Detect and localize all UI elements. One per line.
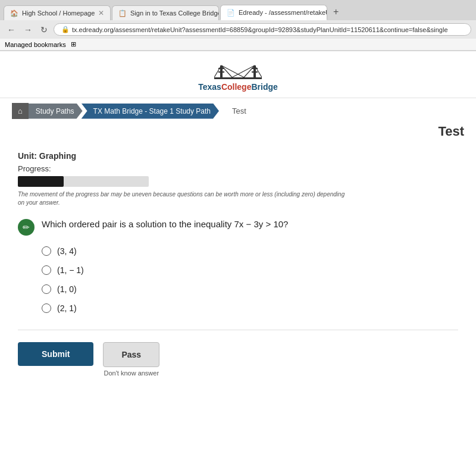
- logo-bridge: Bridge: [251, 82, 277, 92]
- progress-bar-fill: [18, 176, 64, 187]
- test-title-bar: Test: [0, 124, 476, 145]
- answer-choices: (3, 4) (1, − 1) (1, 0) (2, 1): [42, 246, 458, 313]
- logo-container: TexasCollegeBridge: [198, 61, 278, 92]
- unit-prefix: Unit:: [18, 151, 37, 161]
- breadcrumb-stage1[interactable]: TX Math Bridge - Stage 1 Study Path: [82, 104, 219, 119]
- breadcrumb-study-paths[interactable]: Study Paths: [29, 104, 83, 119]
- progress-label: Progress:: [18, 164, 458, 173]
- radio-1[interactable]: [42, 246, 51, 256]
- radio-2[interactable]: [42, 265, 51, 275]
- bridge-logo-icon: [214, 61, 262, 82]
- progress-note: The movement of the progress bar may be …: [18, 190, 351, 207]
- lock-icon: 🔒: [61, 26, 70, 33]
- question-edit-icon: ✏: [18, 219, 35, 236]
- back-button[interactable]: ←: [5, 24, 18, 36]
- answer-option-3[interactable]: (1, 0): [42, 284, 458, 294]
- unit-name: Graphing: [39, 151, 76, 161]
- tab-1[interactable]: 🏠 High School / Homepage ✕: [4, 5, 111, 20]
- submit-button[interactable]: Submit: [18, 342, 93, 366]
- browser-chrome: 🏠 High School / Homepage ✕ 📋 Sign in to …: [0, 0, 476, 51]
- dont-know-label: Don't know answer: [104, 369, 159, 377]
- question-text: Which ordered pair is a solution to the …: [42, 218, 288, 231]
- forward-button[interactable]: →: [21, 24, 35, 36]
- svg-line-12: [232, 65, 255, 77]
- logo-text: TexasCollegeBridge: [198, 82, 278, 92]
- radio-3[interactable]: [42, 284, 51, 294]
- breadcrumb: ⌂ Study Paths TX Math Bridge - Stage 1 S…: [0, 98, 476, 124]
- progress-bar-container: [18, 176, 149, 187]
- answer-option-2[interactable]: (1, − 1): [42, 265, 458, 275]
- svg-rect-5: [252, 71, 258, 73]
- breadcrumb-study-paths-label: Study Paths: [36, 107, 74, 115]
- breadcrumb-stage1-label: TX Math Bridge - Stage 1 Study Path: [93, 107, 211, 115]
- tab-bar: 🏠 High School / Homepage ✕ 📋 Sign in to …: [0, 0, 476, 20]
- refresh-button[interactable]: ↻: [38, 24, 50, 36]
- tab2-favicon: 📋: [118, 10, 127, 17]
- answer-option-4[interactable]: (2, 1): [42, 303, 458, 313]
- main-content: Unit: Graphing Progress: The movement of…: [0, 145, 476, 389]
- site-header: TexasCollegeBridge: [0, 51, 476, 98]
- divider: [18, 330, 458, 330]
- new-tab-button[interactable]: +: [328, 4, 343, 20]
- pass-button[interactable]: Pass: [103, 342, 159, 367]
- tab1-favicon: 🏠: [10, 10, 18, 17]
- answer-label-1: (3, 4): [57, 246, 77, 256]
- managed-bookmarks-label: Managed bookmarks: [5, 41, 66, 48]
- svg-line-9: [221, 65, 244, 77]
- home-icon: ⌂: [18, 107, 23, 115]
- button-row: Submit Pass Don't know answer: [18, 342, 458, 377]
- bookmarks-icon: ⊞: [71, 40, 76, 48]
- logo-college: College: [221, 82, 252, 92]
- answer-option-1[interactable]: (3, 4): [42, 246, 458, 256]
- unit-label: Unit: Graphing: [18, 151, 458, 161]
- page-content: TexasCollegeBridge ⌂ Study Paths TX Math…: [0, 51, 476, 476]
- svg-rect-6: [214, 77, 262, 79]
- answer-label-2: (1, − 1): [57, 265, 84, 275]
- tab3-label: Edready - /assessment/retakeUni: [239, 9, 327, 16]
- answer-label-4: (2, 1): [57, 303, 77, 313]
- tab3-favicon: 📄: [227, 9, 235, 17]
- question-block: ✏ Which ordered pair is a solution to th…: [18, 218, 458, 236]
- logo-texas: Texas: [198, 82, 221, 92]
- tab2-label: Sign in to Texas College Bridge -: [130, 10, 219, 17]
- svg-rect-4: [218, 71, 224, 73]
- address-bar[interactable]: 🔒 tx.edready.org/assessment/retakeUnit?a…: [54, 23, 471, 36]
- pencil-icon: ✏: [23, 223, 30, 232]
- test-title: Test: [438, 124, 464, 139]
- answer-label-3: (1, 0): [57, 284, 77, 294]
- tab-2[interactable]: 📋 Sign in to Texas College Bridge - ✕: [112, 5, 219, 20]
- tab1-label: High School / Homepage: [22, 10, 95, 17]
- tab-3[interactable]: 📄 Edready - /assessment/retakeUni ✕: [220, 5, 327, 20]
- breadcrumb-home-button[interactable]: ⌂: [12, 103, 29, 119]
- address-text: tx.edready.org/assessment/retakeUnit?ass…: [72, 26, 448, 33]
- address-bar-row: ← → ↻ 🔒 tx.edready.org/assessment/retake…: [0, 20, 476, 39]
- breadcrumb-current: Test: [224, 103, 255, 119]
- pass-group: Pass Don't know answer: [103, 342, 159, 377]
- tab1-close[interactable]: ✕: [98, 9, 104, 17]
- radio-4[interactable]: [42, 303, 51, 313]
- bookmarks-bar: Managed bookmarks ⊞: [0, 39, 476, 51]
